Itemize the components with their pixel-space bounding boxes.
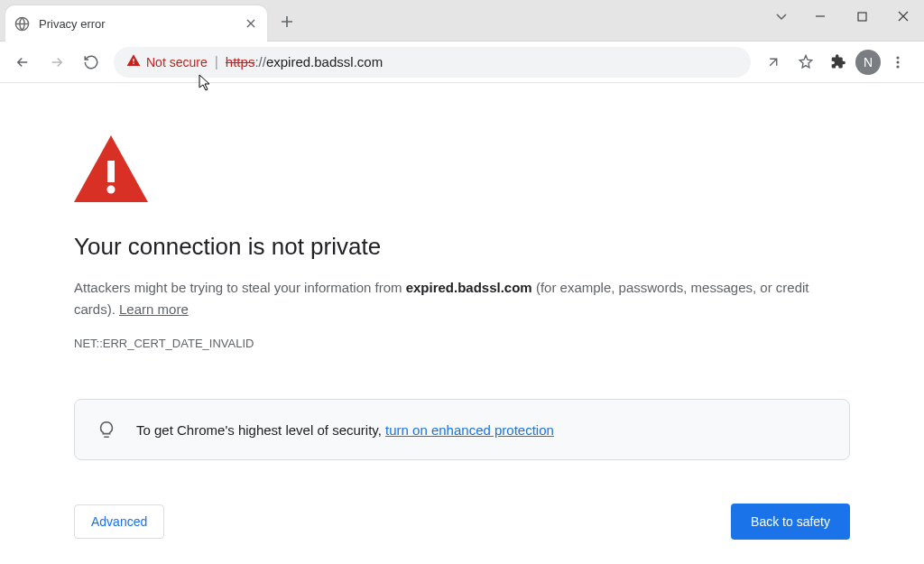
back-to-safety-button[interactable]: Back to safety [731,504,850,540]
enhanced-protection-link[interactable]: turn on enhanced protection [385,422,554,438]
address-bar[interactable]: Not secure | https://expired.badssl.com [114,47,751,78]
infobox-message: To get Chrome's highest level of securit… [136,422,554,438]
omnibox-divider: | [215,54,218,70]
svg-point-6 [107,186,116,194]
error-code: NET::ERR_CERT_DATE_INVALID [74,337,850,350]
bookmark-button[interactable] [790,47,821,78]
reload-button[interactable] [76,47,106,78]
window-controls [763,0,924,32]
tab-close-button[interactable] [244,16,258,31]
globe-icon [14,16,30,32]
titlebar: Privacy error [0,0,924,42]
tab-title: Privacy error [39,17,244,31]
minimize-button[interactable] [799,0,841,32]
svg-rect-1 [858,13,866,21]
svg-rect-5 [107,161,115,182]
enhanced-protection-infobox: To get Chrome's highest level of securit… [74,399,850,460]
security-indicator[interactable]: Not secure [126,53,208,70]
error-body: Attackers might be trying to steal your … [74,277,814,320]
url-host: expired.badssl.com [266,54,383,69]
profile-avatar[interactable]: N [855,50,881,75]
button-row: Advanced Back to safety [74,504,850,540]
security-label: Not secure [146,55,208,69]
share-button[interactable] [758,47,789,78]
new-tab-button[interactable] [278,13,296,31]
avatar-initial: N [864,55,873,69]
menu-button[interactable] [882,47,913,78]
url-text: https://expired.badssl.com [226,54,383,69]
caret-down-icon[interactable] [763,0,799,32]
advanced-button[interactable]: Advanced [74,504,164,539]
browser-tab[interactable]: Privacy error [5,5,267,42]
forward-button[interactable] [42,47,72,78]
url-separator: :// [254,54,266,69]
svg-point-2 [896,56,899,59]
body-domain: expired.badssl.com [406,280,532,295]
extensions-button[interactable] [823,47,854,78]
learn-more-link[interactable]: Learn more [119,301,189,317]
info-pre: To get Chrome's highest level of securit… [136,422,385,438]
svg-point-4 [896,65,899,68]
maximize-button[interactable] [841,0,882,32]
close-window-button[interactable] [882,0,924,32]
body-pre: Attackers might be trying to steal your … [74,280,406,295]
toolbar: Not secure | https://expired.badssl.com … [0,42,924,83]
lightbulb-icon [97,420,116,439]
error-headline: Your connection is not private [74,233,850,261]
url-scheme: https [226,54,255,69]
back-button[interactable] [7,47,38,78]
interstitial: Your connection is not private Attackers… [0,135,924,540]
warning-icon [74,135,850,206]
svg-point-3 [896,60,899,63]
warning-triangle-icon [126,53,141,70]
